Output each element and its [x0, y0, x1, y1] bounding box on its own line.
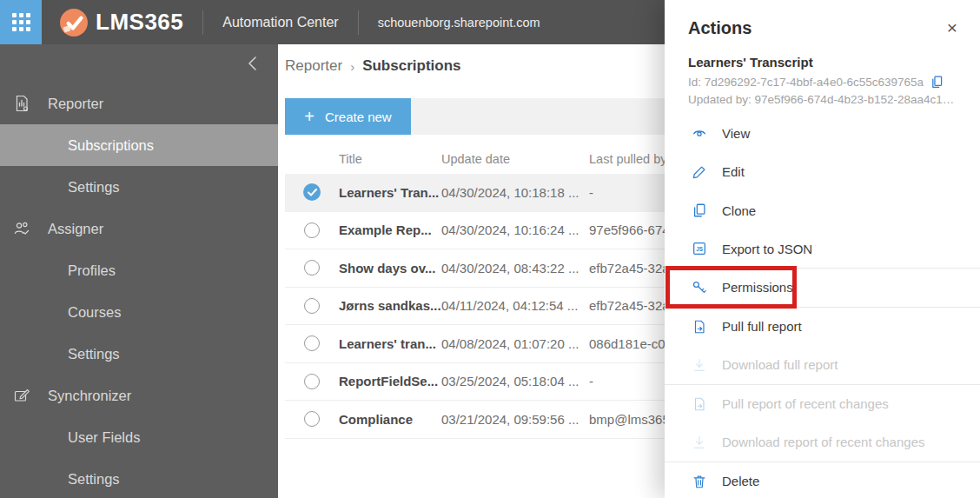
sidebar-item-synchronizer[interactable]: Synchronizer: [0, 375, 278, 416]
topbar-divider: [202, 10, 203, 35]
subscriptions-table: Title Update date Last pulled by Learner…: [285, 143, 665, 498]
assigner-icon: [13, 220, 30, 237]
sidebar-item-label: Settings: [68, 471, 120, 488]
sidebar-item-label: User Fields: [68, 429, 140, 446]
sidebar-item-label: Settings: [68, 179, 120, 196]
cell-title: Learners' Tran...: [339, 185, 441, 200]
sidebar-item-reporter[interactable]: Reporter: [0, 83, 278, 124]
check-icon: [308, 189, 317, 196]
svg-text:JS: JS: [696, 246, 703, 252]
download-icon: [692, 435, 707, 450]
table-row[interactable]: ReportFieldSe... 03/25/2024, 05:18:04 ..…: [285, 363, 665, 402]
action-label: Download report of recent changes: [722, 435, 924, 449]
cell-update-date: 04/30/2024, 10:18:18 ...: [441, 185, 589, 200]
table-row[interactable]: Learners' tran... 04/08/2024, 01:07:20 .…: [285, 325, 665, 363]
action-download-full-report: Download full report: [665, 346, 980, 385]
clone-icon: [692, 203, 707, 218]
selected-item-updated-by: Updated by: 97e5f966-674d-4b23-b152-28aa…: [688, 93, 954, 106]
sidebar-item-courses[interactable]: Courses: [0, 291, 278, 333]
row-radio[interactable]: [304, 374, 320, 389]
row-selected-radio[interactable]: [303, 183, 321, 201]
action-pull-recent-changes: Pull report of recent changes: [665, 385, 980, 424]
cell-update-date: 04/08/2024, 01:07:20 ...: [441, 336, 589, 351]
sidebar-item-label: Assigner: [48, 221, 103, 237]
action-download-recent-changes: Download report of recent changes: [665, 423, 980, 462]
sidebar-item-label: Subscriptions: [68, 137, 154, 154]
row-radio[interactable]: [304, 260, 320, 276]
selected-item-name: Learners' Transcript: [688, 55, 813, 70]
sidebar-nav: Reporter Subscriptions Settings Assigner…: [0, 44, 278, 498]
edit-icon: [692, 164, 707, 180]
copy-icon[interactable]: [930, 75, 944, 90]
export-json-icon: JS: [692, 241, 707, 256]
cell-title: Example Rep...: [339, 222, 441, 237]
row-radio[interactable]: [304, 335, 320, 351]
app-launcher-button[interactable]: [0, 0, 42, 44]
header-update-date[interactable]: Update date: [441, 152, 589, 166]
action-permissions[interactable]: Permissions: [665, 269, 980, 308]
sidebar-item-label: Settings: [68, 346, 120, 362]
action-export-json[interactable]: JS Export to JSON: [665, 230, 980, 269]
action-view[interactable]: View: [665, 114, 980, 153]
breadcrumb-current[interactable]: Subscriptions: [362, 57, 460, 75]
sidebar-item-synchronizer-settings[interactable]: Settings: [0, 458, 278, 498]
cell-title: Learners' tran...: [339, 336, 441, 351]
selected-item-id: Id: 7d296292-7c17-4bbf-a4e0-6c55c639765a: [688, 76, 924, 89]
cell-last-pulled-by: efb72a45-32a: [589, 298, 665, 313]
action-pull-full-report[interactable]: Pull full report: [665, 308, 980, 347]
actions-panel: Actions × Learners' Transcript Id: 7d296…: [665, 0, 980, 498]
breadcrumb: Reporter › Subscriptions: [285, 57, 461, 75]
table-row[interactable]: Learners' Tran... 04/30/2024, 10:18:18 .…: [285, 174, 665, 212]
app-title: Automation Center: [222, 15, 338, 30]
lms365-logo[interactable]: LMS365: [59, 8, 183, 37]
app-window: LMS365 Automation Center schouenborg.sha…: [0, 0, 980, 498]
sidebar-item-user-fields[interactable]: User Fields: [0, 416, 278, 458]
action-edit[interactable]: Edit: [665, 153, 980, 192]
header-title[interactable]: Title: [339, 152, 441, 166]
cell-last-pulled-by: -: [589, 374, 665, 388]
command-bar: + Create new: [285, 98, 665, 135]
close-panel-button[interactable]: ×: [942, 17, 963, 38]
sidebar-item-label: Courses: [68, 304, 121, 321]
plus-icon: +: [304, 108, 315, 125]
action-label: Clone: [722, 203, 756, 218]
table-row[interactable]: Jørns sandkas... 04/11/2024, 04:12:54 ..…: [285, 288, 665, 326]
table-row[interactable]: Compliance 03/21/2024, 09:59:56 ... bmp@…: [285, 401, 665, 439]
sidebar-item-reporter-settings[interactable]: Settings: [0, 166, 278, 208]
top-bar: LMS365 Automation Center schouenborg.sha…: [0, 0, 665, 44]
collapse-sidebar-button[interactable]: [242, 53, 262, 74]
cell-last-pulled-by: efb72a45-32a: [589, 261, 665, 276]
action-delete[interactable]: Delete: [665, 462, 980, 498]
sidebar-item-subscriptions[interactable]: Subscriptions: [0, 124, 278, 166]
action-label: Download full report: [722, 357, 838, 372]
action-label: Pull full report: [722, 319, 802, 334]
trash-icon: [692, 474, 707, 489]
download-icon: [692, 357, 707, 373]
key-icon: [692, 280, 707, 295]
table-row[interactable]: Example Rep... 04/30/2024, 10:16:24 ... …: [285, 212, 665, 250]
table-row[interactable]: Show days ov... 04/30/2024, 08:43:22 ...…: [285, 249, 665, 288]
row-radio[interactable]: [304, 298, 320, 314]
breadcrumb-parent[interactable]: Reporter: [285, 57, 342, 75]
waffle-icon: [12, 13, 30, 31]
topbar-divider: [358, 10, 359, 35]
row-radio[interactable]: [304, 222, 320, 238]
pull-report-icon: [692, 319, 707, 335]
cell-title: Compliance: [339, 412, 441, 427]
panel-title: Actions: [688, 18, 752, 38]
header-last-pulled-by[interactable]: Last pulled by: [589, 152, 665, 166]
sidebar-item-assigner-settings[interactable]: Settings: [0, 333, 278, 375]
action-clone[interactable]: Clone: [665, 191, 980, 230]
sidebar-item-label: Synchronizer: [48, 388, 131, 404]
create-new-button[interactable]: + Create new: [285, 98, 411, 135]
row-radio[interactable]: [304, 411, 320, 427]
cell-title: Show days ov...: [339, 261, 441, 276]
cell-update-date: 03/21/2024, 09:59:56 ...: [441, 412, 589, 427]
cell-update-date: 04/11/2024, 04:12:54 ...: [441, 298, 589, 313]
chevron-left-icon: [247, 56, 257, 71]
sidebar-item-assigner[interactable]: Assigner: [0, 208, 278, 249]
breadcrumb-separator-icon: ›: [350, 59, 354, 74]
selected-item-id-row: Id: 7d296292-7c17-4bbf-a4e0-6c55c639765a: [688, 75, 944, 90]
sidebar-item-profiles[interactable]: Profiles: [0, 249, 278, 291]
main-content: Reporter › Subscriptions + Create new Ti…: [278, 44, 665, 498]
